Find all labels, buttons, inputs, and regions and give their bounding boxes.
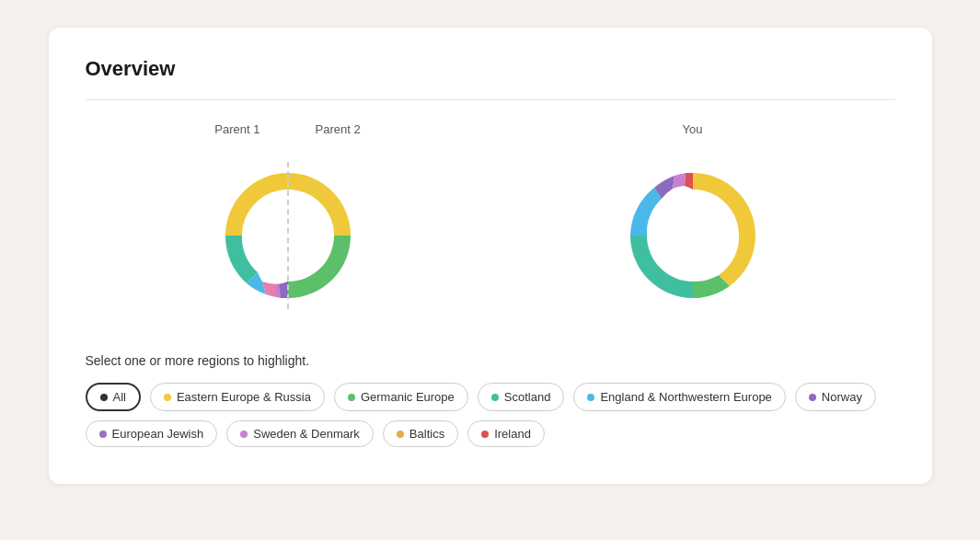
filters-row: All Eastern Europe & Russia Germanic Eur…	[86, 383, 895, 411]
european-jewish-dot	[99, 431, 107, 438]
svg-point-1	[651, 193, 735, 278]
filter-ireland[interactable]: Ireland	[467, 420, 545, 447]
filter-european-jewish[interactable]: European Jewish	[86, 420, 218, 447]
donut-pair-container	[196, 144, 380, 327]
england-dot	[587, 394, 594, 401]
filters-row-2: European Jewish Sweden & Denmark Baltics…	[86, 420, 895, 447]
filter-ireland-label: Ireland	[494, 427, 531, 441]
you-donut-svg	[601, 144, 785, 327]
filter-norway[interactable]: Norway	[795, 383, 876, 411]
scotland-dot	[491, 394, 499, 401]
filter-norway-label: Norway	[822, 390, 862, 404]
filter-germanic-europe-label: Germanic Europe	[361, 390, 455, 404]
filter-eastern-europe-russia[interactable]: Eastern Europe & Russia	[150, 383, 325, 411]
norway-dot	[809, 394, 816, 401]
parent1-label: Parent 1	[214, 122, 259, 136]
parent2-label: Parent 2	[316, 122, 361, 136]
filter-european-jewish-label: European Jewish	[112, 427, 204, 441]
sweden-denmark-dot	[240, 431, 248, 438]
filter-baltics[interactable]: Baltics	[383, 420, 458, 447]
filter-all-label: All	[113, 390, 126, 404]
all-dot	[100, 394, 108, 401]
ireland-dot	[481, 431, 489, 438]
you-chart: You	[601, 122, 785, 327]
filter-baltics-label: Baltics	[409, 427, 444, 441]
parent-chart-labels: Parent 1 Parent 2	[214, 122, 360, 136]
dashed-separator	[287, 162, 289, 309]
filter-scotland[interactable]: Scotland	[478, 383, 565, 411]
filter-england-label: England & Northwestern Europe	[600, 390, 771, 404]
filter-all[interactable]: All	[86, 383, 141, 411]
overview-card: Overview Parent 1 Parent 2	[49, 28, 932, 484]
select-prompt: Select one or more regions to highlight.	[86, 353, 895, 368]
germanic-europe-dot	[348, 394, 355, 401]
filter-sweden-denmark[interactable]: Sweden & Denmark	[226, 420, 374, 447]
filter-eastern-europe-russia-label: Eastern Europe & Russia	[177, 390, 311, 404]
eastern-europe-russia-dot	[164, 394, 171, 401]
you-label: You	[683, 122, 703, 136]
filter-scotland-label: Scotland	[504, 390, 551, 404]
filter-england-northwestern[interactable]: England & Northwestern Europe	[573, 383, 785, 411]
donut-single-container	[601, 144, 785, 327]
filter-germanic-europe[interactable]: Germanic Europe	[334, 383, 468, 411]
divider	[86, 99, 895, 100]
filter-sweden-denmark-label: Sweden & Denmark	[253, 427, 360, 441]
charts-row: Parent 1 Parent 2	[86, 122, 895, 327]
page-title: Overview	[86, 57, 895, 81]
parent-charts: Parent 1 Parent 2	[196, 122, 380, 327]
baltics-dot	[397, 431, 404, 438]
